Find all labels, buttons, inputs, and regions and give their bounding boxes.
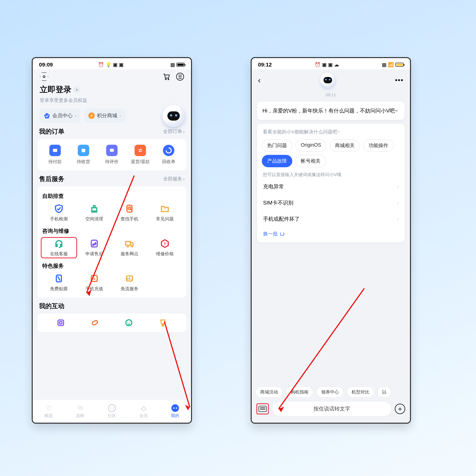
- messages-icon[interactable]: [176, 73, 184, 81]
- suggest-row: 商城活动 购机指南 领券中心 机型对比 以: [252, 387, 410, 400]
- chevron-right-icon: ›: [397, 200, 399, 206]
- chip-fault[interactable]: 产品故障: [262, 155, 292, 167]
- order-pending-ship[interactable]: 待收货: [71, 145, 96, 165]
- svg-rect-21: [92, 320, 98, 325]
- chevron-right-icon: ›: [183, 176, 185, 182]
- orders-card: 待付款 待收货 待评价 退货/退款 回收单: [37, 139, 186, 170]
- shield-check-icon: [54, 204, 64, 214]
- cloud-icon: ☁: [334, 62, 339, 68]
- tab-community[interactable]: 社区: [108, 404, 116, 418]
- chat-icon: [108, 404, 116, 412]
- svg-point-8: [112, 150, 113, 151]
- svc-find-phone[interactable]: 查找手机: [112, 203, 147, 223]
- chevron-right-icon: ›: [183, 129, 185, 134]
- film-icon: [54, 273, 64, 284]
- svc-free-data[interactable]: 免流服务: [112, 272, 147, 293]
- orders-header: 我的订单: [39, 127, 64, 136]
- login-block[interactable]: 立即登录 › 登录享受更多会员权益: [33, 81, 191, 105]
- all-orders-link[interactable]: 全部订单 ›: [163, 128, 185, 135]
- self-check-title: 自助排查: [42, 192, 182, 200]
- phone-chat: 09:12 ⏰ ▣ ▣ ☁ ▤ 📶 ‹ ••• 09:11 Hi，亲爱的V粉，新…: [251, 57, 411, 424]
- svg-rect-5: [82, 149, 85, 150]
- chevron-right-icon: ›: [397, 216, 399, 222]
- suggest-chip[interactable]: 领券中心: [316, 387, 344, 398]
- svc-online-service[interactable]: 在线客服: [41, 238, 77, 258]
- svc-faq[interactable]: ? 常见问题: [147, 203, 183, 223]
- chip-mall[interactable]: 商城相关: [330, 139, 360, 152]
- bot-greeting: Hi，亲爱的V粉，新年快乐！有什么问题，不妨问问小V吧~: [257, 102, 405, 120]
- svc-clean[interactable]: 空间清理: [77, 203, 112, 223]
- order-pending-review[interactable]: 待评价: [99, 145, 124, 165]
- chip-account[interactable]: 帐号相关: [295, 155, 326, 167]
- suggest-chip[interactable]: 以: [377, 387, 391, 398]
- svg-rect-3: [53, 149, 57, 150]
- more-button[interactable]: •••: [395, 77, 404, 84]
- bag-icon: [76, 404, 84, 412]
- svc-service-point[interactable]: 服务网点: [112, 238, 147, 258]
- smile-icon[interactable]: [124, 318, 134, 327]
- svc-free-film[interactable]: 免费贴膜: [41, 272, 77, 293]
- bot-avatar[interactable]: [320, 72, 335, 88]
- bot-avatar[interactable]: [162, 105, 185, 127]
- suggest-chip[interactable]: 商城活动: [255, 387, 283, 398]
- hold-to-talk[interactable]: 按住说话转文字: [272, 401, 391, 416]
- settings-hex-icon[interactable]: [40, 72, 49, 81]
- post-icon[interactable]: [56, 318, 66, 327]
- search-phone-icon: [124, 204, 135, 214]
- suggest-chip[interactable]: 机型对比: [347, 387, 374, 398]
- refresh-batch[interactable]: 换一批: [262, 227, 400, 238]
- q-broken[interactable]: 手机或配件坏了›: [262, 211, 400, 227]
- nfc-icon: ▣: [119, 62, 123, 68]
- svg-point-9: [113, 150, 114, 151]
- order-return[interactable]: 退货/退款: [128, 145, 153, 165]
- alarm-icon: ⏰: [315, 62, 321, 68]
- svg-rect-19: [58, 320, 64, 325]
- keyboard-icon: [258, 406, 267, 412]
- bulb-icon: 💡: [105, 62, 111, 68]
- cart-icon[interactable]: [162, 73, 170, 81]
- chip-hot[interactable]: 热门问题: [262, 139, 292, 152]
- svc-phone-check[interactable]: 手机检测: [41, 203, 77, 223]
- service-card: 自助排查 手机检测 空间清理 查找手机 ? 常见问题 咨询与: [37, 187, 186, 298]
- heart-icon: [45, 404, 52, 412]
- interact-header: 我的互动: [39, 302, 185, 310]
- status-bar: 09:12 ⏰ ▣ ▣ ☁ ▤ 📶: [252, 58, 410, 69]
- svg-point-1: [168, 79, 169, 80]
- all-services-link[interactable]: 全部服务 ›: [163, 176, 185, 182]
- tab-member[interactable]: 会员: [139, 404, 148, 418]
- svg-point-23: [128, 322, 128, 323]
- svg-text:¥: ¥: [93, 276, 95, 281]
- svc-recharge[interactable]: ¥ 手机充值: [77, 272, 112, 293]
- svc-repair-price[interactable]: ¥ 维修价格: [147, 238, 183, 258]
- topic-panel: 看看全能的小V都能解决什么问题吧~ 热门问题 OriginOS 商城相关 功能操…: [257, 124, 405, 242]
- battery-icon: [176, 63, 185, 67]
- back-button[interactable]: ‹: [258, 76, 261, 85]
- chevron-right-icon: ›: [397, 184, 399, 189]
- points-mall-pill[interactable]: 积分商城 ›: [84, 109, 125, 123]
- trophy-icon[interactable]: [158, 318, 168, 327]
- q-sim[interactable]: SIM卡不识别›: [262, 195, 400, 211]
- suggest-chip[interactable]: 购机指南: [286, 387, 313, 398]
- chip-originos[interactable]: OriginOS: [295, 139, 326, 152]
- svc-apply-aftersale[interactable]: 申请售后: [77, 238, 112, 258]
- svg-point-0: [165, 79, 166, 80]
- headset-icon: [54, 238, 64, 249]
- svg-text:¥: ¥: [164, 241, 166, 246]
- tab-mine[interactable]: 我的: [171, 404, 179, 418]
- plus-button[interactable]: ＋: [395, 404, 405, 414]
- status-bar: 09:09 ⏰ 💡 ▣ ▣ ▤: [33, 58, 191, 69]
- broom-icon: [89, 204, 99, 214]
- panel-hint: 看看全能的小V都能解决什么问题吧~: [262, 129, 400, 135]
- wallet-icon: [49, 145, 61, 156]
- tab-featured[interactable]: 精选: [44, 404, 53, 418]
- member-center-pill[interactable]: 会员中心 ›: [40, 109, 81, 123]
- pill-icon[interactable]: [90, 318, 100, 327]
- keyboard-toggle[interactable]: [256, 403, 269, 414]
- service-header: 售后服务: [39, 174, 64, 183]
- chip-function[interactable]: 功能操作: [363, 139, 394, 152]
- q-charge[interactable]: 充电异常›: [262, 179, 400, 195]
- order-pending-pay[interactable]: 待付款: [43, 145, 68, 165]
- order-recycle[interactable]: 回收单: [156, 145, 181, 165]
- nfc-icon: ▣: [328, 62, 333, 68]
- tab-shop[interactable]: 选购: [76, 404, 84, 418]
